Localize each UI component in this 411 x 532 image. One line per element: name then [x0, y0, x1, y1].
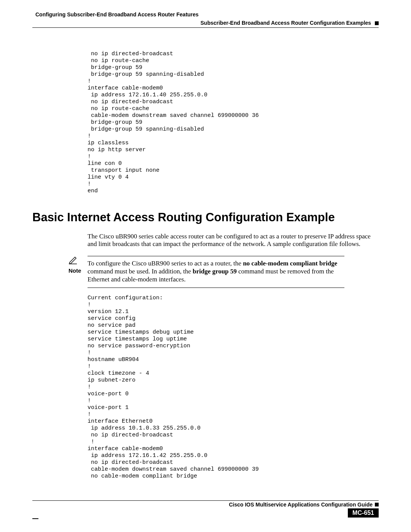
page: Configuring Subscriber-End Broadband Acc… — [0, 0, 411, 532]
page-header: Configuring Subscriber-End Broadband Acc… — [32, 11, 379, 28]
note-bold-2: bridge group 59 — [193, 268, 237, 275]
config-code-block-1: no ip directed-broadcast no ip route-cac… — [88, 51, 379, 195]
page-number: MC-651 — [348, 508, 379, 518]
footer-guide-title: Cisco IOS Multiservice Applications Conf… — [229, 502, 373, 508]
header-chapter-title: Configuring Subscriber-End Broadband Acc… — [35, 11, 379, 18]
footer-page-row: MC-651 — [32, 508, 379, 518]
note-label: Note — [68, 267, 88, 274]
footer-left-tick — [32, 518, 38, 519]
config-code-block-2: Current configuration: ! version 12.1 se… — [88, 295, 379, 480]
footer-marker-icon — [375, 503, 379, 506]
header-section-text: Subscriber-End Broadband Access Router C… — [201, 20, 371, 26]
header-marker-icon — [375, 21, 379, 25]
note-text-2: command must be used. In addition, the — [88, 268, 193, 275]
pencil-icon — [68, 256, 88, 266]
note-block: Note To configure the Cisco uBR900 serie… — [68, 256, 379, 288]
header-section-title: Subscriber-End Broadband Access Router C… — [32, 20, 379, 26]
section-heading: Basic Internet Access Routing Configurat… — [32, 211, 379, 224]
page-footer: Cisco IOS Multiservice Applications Conf… — [32, 500, 379, 518]
note-text-1: To configure the Cisco uBR900 series to … — [88, 260, 243, 267]
note-icon-column: Note — [68, 256, 88, 274]
note-body: To configure the Cisco uBR900 series to … — [88, 256, 344, 288]
note-bold-1: no cable-modem compliant bridge — [243, 260, 337, 267]
footer-rule: Cisco IOS Multiservice Applications Conf… — [32, 500, 379, 508]
intro-paragraph: The Cisco uBR900 series cable access rou… — [88, 233, 379, 248]
